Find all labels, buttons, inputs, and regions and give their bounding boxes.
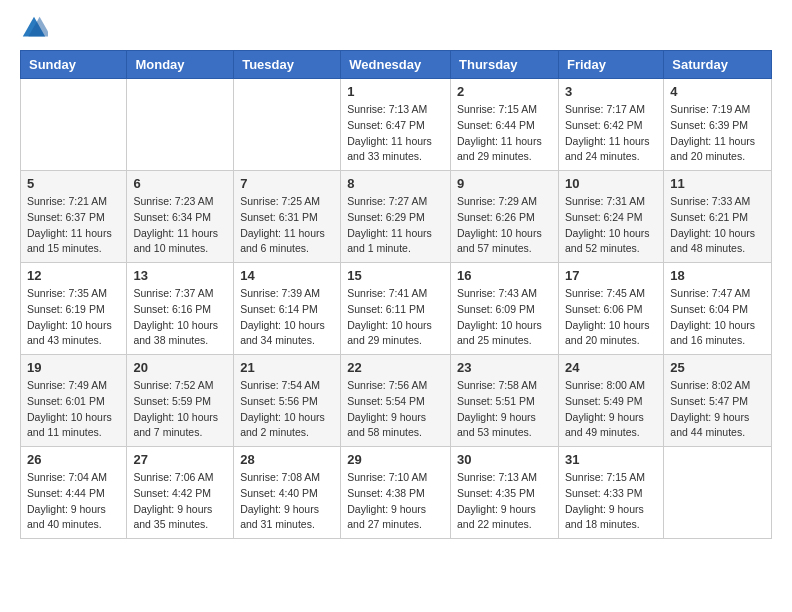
day-number: 10 — [565, 176, 657, 191]
page: SundayMondayTuesdayWednesdayThursdayFrid… — [0, 0, 792, 559]
calendar-cell: 23Sunrise: 7:58 AM Sunset: 5:51 PM Dayli… — [451, 355, 559, 447]
day-info: Sunrise: 7:13 AM Sunset: 4:35 PM Dayligh… — [457, 470, 552, 533]
day-number: 27 — [133, 452, 227, 467]
calendar-week-4: 19Sunrise: 7:49 AM Sunset: 6:01 PM Dayli… — [21, 355, 772, 447]
day-number: 21 — [240, 360, 334, 375]
calendar-header-row: SundayMondayTuesdayWednesdayThursdayFrid… — [21, 51, 772, 79]
day-info: Sunrise: 7:13 AM Sunset: 6:47 PM Dayligh… — [347, 102, 444, 165]
day-info: Sunrise: 7:45 AM Sunset: 6:06 PM Dayligh… — [565, 286, 657, 349]
day-number: 11 — [670, 176, 765, 191]
calendar-cell: 21Sunrise: 7:54 AM Sunset: 5:56 PM Dayli… — [234, 355, 341, 447]
day-number: 22 — [347, 360, 444, 375]
day-info: Sunrise: 7:17 AM Sunset: 6:42 PM Dayligh… — [565, 102, 657, 165]
day-info: Sunrise: 7:39 AM Sunset: 6:14 PM Dayligh… — [240, 286, 334, 349]
logo-icon — [20, 14, 48, 42]
day-number: 12 — [27, 268, 120, 283]
day-number: 29 — [347, 452, 444, 467]
calendar-header-friday: Friday — [558, 51, 663, 79]
day-number: 13 — [133, 268, 227, 283]
day-number: 4 — [670, 84, 765, 99]
calendar-cell: 9Sunrise: 7:29 AM Sunset: 6:26 PM Daylig… — [451, 171, 559, 263]
calendar-cell: 13Sunrise: 7:37 AM Sunset: 6:16 PM Dayli… — [127, 263, 234, 355]
calendar-cell: 1Sunrise: 7:13 AM Sunset: 6:47 PM Daylig… — [341, 79, 451, 171]
day-info: Sunrise: 7:41 AM Sunset: 6:11 PM Dayligh… — [347, 286, 444, 349]
day-number: 2 — [457, 84, 552, 99]
logo — [20, 16, 52, 42]
calendar-cell: 28Sunrise: 7:08 AM Sunset: 4:40 PM Dayli… — [234, 447, 341, 539]
calendar-table: SundayMondayTuesdayWednesdayThursdayFrid… — [20, 50, 772, 539]
day-info: Sunrise: 7:15 AM Sunset: 6:44 PM Dayligh… — [457, 102, 552, 165]
day-info: Sunrise: 7:31 AM Sunset: 6:24 PM Dayligh… — [565, 194, 657, 257]
calendar-cell — [127, 79, 234, 171]
day-info: Sunrise: 8:02 AM Sunset: 5:47 PM Dayligh… — [670, 378, 765, 441]
day-number: 1 — [347, 84, 444, 99]
calendar-cell: 12Sunrise: 7:35 AM Sunset: 6:19 PM Dayli… — [21, 263, 127, 355]
day-number: 23 — [457, 360, 552, 375]
day-info: Sunrise: 7:21 AM Sunset: 6:37 PM Dayligh… — [27, 194, 120, 257]
calendar-cell: 6Sunrise: 7:23 AM Sunset: 6:34 PM Daylig… — [127, 171, 234, 263]
day-number: 19 — [27, 360, 120, 375]
day-number: 24 — [565, 360, 657, 375]
day-number: 30 — [457, 452, 552, 467]
day-info: Sunrise: 7:29 AM Sunset: 6:26 PM Dayligh… — [457, 194, 552, 257]
calendar-header-wednesday: Wednesday — [341, 51, 451, 79]
day-info: Sunrise: 7:10 AM Sunset: 4:38 PM Dayligh… — [347, 470, 444, 533]
calendar-cell: 25Sunrise: 8:02 AM Sunset: 5:47 PM Dayli… — [664, 355, 772, 447]
calendar-cell: 22Sunrise: 7:56 AM Sunset: 5:54 PM Dayli… — [341, 355, 451, 447]
day-info: Sunrise: 7:33 AM Sunset: 6:21 PM Dayligh… — [670, 194, 765, 257]
calendar-cell: 5Sunrise: 7:21 AM Sunset: 6:37 PM Daylig… — [21, 171, 127, 263]
day-info: Sunrise: 7:08 AM Sunset: 4:40 PM Dayligh… — [240, 470, 334, 533]
day-number: 14 — [240, 268, 334, 283]
calendar-week-2: 5Sunrise: 7:21 AM Sunset: 6:37 PM Daylig… — [21, 171, 772, 263]
calendar-cell: 31Sunrise: 7:15 AM Sunset: 4:33 PM Dayli… — [558, 447, 663, 539]
calendar-cell: 14Sunrise: 7:39 AM Sunset: 6:14 PM Dayli… — [234, 263, 341, 355]
calendar-week-1: 1Sunrise: 7:13 AM Sunset: 6:47 PM Daylig… — [21, 79, 772, 171]
day-number: 18 — [670, 268, 765, 283]
day-number: 7 — [240, 176, 334, 191]
calendar-cell: 30Sunrise: 7:13 AM Sunset: 4:35 PM Dayli… — [451, 447, 559, 539]
calendar-cell: 26Sunrise: 7:04 AM Sunset: 4:44 PM Dayli… — [21, 447, 127, 539]
calendar-week-5: 26Sunrise: 7:04 AM Sunset: 4:44 PM Dayli… — [21, 447, 772, 539]
calendar-cell — [664, 447, 772, 539]
day-info: Sunrise: 7:23 AM Sunset: 6:34 PM Dayligh… — [133, 194, 227, 257]
day-info: Sunrise: 7:54 AM Sunset: 5:56 PM Dayligh… — [240, 378, 334, 441]
day-number: 8 — [347, 176, 444, 191]
calendar-header-monday: Monday — [127, 51, 234, 79]
day-number: 9 — [457, 176, 552, 191]
calendar-header-thursday: Thursday — [451, 51, 559, 79]
calendar-cell: 7Sunrise: 7:25 AM Sunset: 6:31 PM Daylig… — [234, 171, 341, 263]
day-number: 16 — [457, 268, 552, 283]
calendar-cell: 4Sunrise: 7:19 AM Sunset: 6:39 PM Daylig… — [664, 79, 772, 171]
day-info: Sunrise: 7:49 AM Sunset: 6:01 PM Dayligh… — [27, 378, 120, 441]
calendar-cell: 17Sunrise: 7:45 AM Sunset: 6:06 PM Dayli… — [558, 263, 663, 355]
calendar-cell — [234, 79, 341, 171]
day-number: 6 — [133, 176, 227, 191]
calendar-cell: 10Sunrise: 7:31 AM Sunset: 6:24 PM Dayli… — [558, 171, 663, 263]
day-info: Sunrise: 7:56 AM Sunset: 5:54 PM Dayligh… — [347, 378, 444, 441]
header — [20, 10, 772, 42]
day-number: 25 — [670, 360, 765, 375]
day-info: Sunrise: 7:27 AM Sunset: 6:29 PM Dayligh… — [347, 194, 444, 257]
day-number: 17 — [565, 268, 657, 283]
day-info: Sunrise: 7:37 AM Sunset: 6:16 PM Dayligh… — [133, 286, 227, 349]
day-info: Sunrise: 7:15 AM Sunset: 4:33 PM Dayligh… — [565, 470, 657, 533]
day-info: Sunrise: 7:06 AM Sunset: 4:42 PM Dayligh… — [133, 470, 227, 533]
calendar-cell: 18Sunrise: 7:47 AM Sunset: 6:04 PM Dayli… — [664, 263, 772, 355]
calendar-header-saturday: Saturday — [664, 51, 772, 79]
day-info: Sunrise: 7:19 AM Sunset: 6:39 PM Dayligh… — [670, 102, 765, 165]
calendar-cell: 2Sunrise: 7:15 AM Sunset: 6:44 PM Daylig… — [451, 79, 559, 171]
calendar-cell: 24Sunrise: 8:00 AM Sunset: 5:49 PM Dayli… — [558, 355, 663, 447]
calendar-cell: 29Sunrise: 7:10 AM Sunset: 4:38 PM Dayli… — [341, 447, 451, 539]
calendar-header-tuesday: Tuesday — [234, 51, 341, 79]
day-info: Sunrise: 7:25 AM Sunset: 6:31 PM Dayligh… — [240, 194, 334, 257]
day-number: 5 — [27, 176, 120, 191]
day-number: 3 — [565, 84, 657, 99]
calendar-cell: 27Sunrise: 7:06 AM Sunset: 4:42 PM Dayli… — [127, 447, 234, 539]
calendar-header-sunday: Sunday — [21, 51, 127, 79]
day-info: Sunrise: 8:00 AM Sunset: 5:49 PM Dayligh… — [565, 378, 657, 441]
calendar-cell: 3Sunrise: 7:17 AM Sunset: 6:42 PM Daylig… — [558, 79, 663, 171]
day-number: 15 — [347, 268, 444, 283]
day-info: Sunrise: 7:58 AM Sunset: 5:51 PM Dayligh… — [457, 378, 552, 441]
day-info: Sunrise: 7:04 AM Sunset: 4:44 PM Dayligh… — [27, 470, 120, 533]
calendar-cell: 20Sunrise: 7:52 AM Sunset: 5:59 PM Dayli… — [127, 355, 234, 447]
